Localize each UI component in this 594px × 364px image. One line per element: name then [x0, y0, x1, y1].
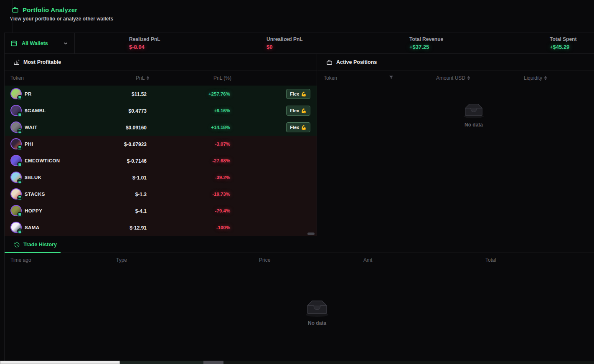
table-row[interactable]: PHI $-0.07923 -3.07% Flex💪 — [5, 136, 317, 152]
pnl-pct-value: -39.2% — [215, 175, 230, 180]
active-positions-header-row: Token Amount USD Liquidity — [317, 71, 594, 86]
token-name: EMEOWTICON — [25, 158, 60, 163]
column-token: Token — [324, 75, 337, 81]
no-data-text: No data — [461, 122, 486, 128]
sort-icon — [467, 76, 470, 80]
pnl-pct-value: -27.68% — [212, 158, 230, 163]
panel-title: Most Profitable — [23, 59, 61, 65]
column-time-ago: Time ago — [10, 257, 31, 263]
stat-value: +$37.25 — [409, 44, 443, 50]
horizontal-scrollbar-thumb[interactable] — [307, 233, 315, 235]
pnl-pct-value: -3.07% — [215, 142, 230, 147]
table-row[interactable]: PR $11.52 +257.76% Flex💪 — [5, 86, 317, 102]
pnl-value: $-1.01 — [132, 175, 147, 181]
token-avatar — [10, 155, 22, 166]
empty-box-icon — [461, 101, 486, 119]
table-row[interactable]: WAIT $0.09160 +14.18% Flex💪 — [5, 119, 317, 136]
pnl-value: $11.52 — [132, 91, 147, 97]
column-type: Type — [116, 257, 127, 263]
column-amount-usd[interactable]: Amount USD — [436, 75, 470, 81]
page-subtitle: View your portfolio or analyze other wal… — [10, 16, 594, 22]
header-divider — [12, 0, 13, 33]
token-avatar — [10, 172, 22, 183]
stat-label: Total Spent — [550, 36, 576, 42]
token-badge-icon — [17, 178, 23, 184]
pnl-pct-value: +257.76% — [208, 91, 230, 96]
scrollbar-thumb[interactable] — [0, 361, 120, 364]
pnl-value: $0.4773 — [129, 108, 147, 114]
table-row[interactable]: HOPPY $-4.1 -79.4% Flex💪 — [5, 202, 317, 219]
scrollbar-thumb[interactable] — [203, 361, 223, 364]
pnl-pct-value: +6.16% — [214, 108, 230, 113]
page-title: Portfolio Analyzer — [23, 6, 77, 13]
column-liquidity[interactable]: Liquidity — [524, 75, 547, 81]
wallet-icon — [10, 40, 18, 47]
muscle-emoji-icon: 💪 — [301, 125, 307, 130]
pnl-value: $-0.7146 — [127, 158, 147, 164]
tab-bar: Trade History — [5, 236, 594, 253]
token-badge-icon — [17, 95, 23, 100]
bottom-scrollbar — [0, 361, 594, 364]
pnl-value: $-0.07923 — [124, 142, 147, 147]
token-name: WAIT — [25, 125, 37, 130]
column-pnl[interactable]: PnL — [136, 75, 149, 81]
token-badge-icon — [17, 195, 23, 200]
no-data-text: No data — [303, 320, 331, 326]
token-avatar — [10, 205, 22, 216]
briefcase-icon — [326, 59, 333, 66]
tab-label: Trade History — [23, 242, 57, 248]
table-row[interactable]: EMEOWTICON $-0.7146 -27.68% Flex💪 — [5, 152, 317, 169]
stat-unrealized-pnl: Unrealized PnL $0 — [267, 36, 303, 50]
token-name: PR — [25, 91, 32, 96]
pnl-value: $-12.91 — [129, 225, 147, 231]
stat-label: Realized PnL — [129, 36, 160, 42]
column-pnl-pct: PnL (%) — [213, 75, 231, 81]
trade-history-header-row: Time ago Type Price Amt Total — [5, 253, 594, 268]
flex-button[interactable]: Flex💪 — [286, 122, 310, 132]
column-amt: Amt — [363, 257, 372, 263]
main-content: All Wallets Realized PnL $-8.04 Unrealiz… — [4, 33, 594, 364]
muscle-emoji-icon: 💪 — [301, 108, 307, 114]
empty-state: No data — [461, 101, 486, 128]
token-name: $BLUK — [25, 175, 41, 180]
table-row[interactable]: $GAMBL $0.4773 +6.16% Flex💪 — [5, 102, 317, 119]
flex-button[interactable]: Flex💪 — [286, 106, 310, 116]
token-badge-icon — [17, 111, 23, 117]
history-icon — [14, 242, 20, 248]
table-row[interactable]: SAMA $-12.91 -100% Flex💪 — [5, 219, 317, 236]
column-total: Total — [485, 257, 496, 263]
stat-value: $0 — [267, 44, 303, 50]
token-avatar — [10, 121, 22, 133]
token-badge-icon — [17, 228, 23, 234]
scrollbar-track — [120, 361, 203, 364]
table-row[interactable]: $BLUK $-1.01 -39.2% Flex💪 — [5, 169, 317, 186]
tab-trade-history[interactable]: Trade History — [5, 236, 57, 253]
panel-title: Active Positions — [336, 59, 377, 65]
active-positions-panel: Active Positions Token Amount USD Liquid… — [317, 54, 594, 236]
pnl-value: $0.09160 — [126, 125, 147, 131]
token-badge-icon — [17, 145, 23, 150]
pnl-value: $-4.1 — [135, 208, 147, 214]
pnl-pct-value: -79.4% — [215, 208, 230, 213]
pnl-pct-value: -19.73% — [212, 192, 230, 197]
sort-icon — [147, 76, 149, 80]
empty-state: No data — [303, 297, 331, 326]
wallet-selector[interactable]: All Wallets — [5, 33, 75, 54]
flex-button[interactable]: Flex💪 — [286, 89, 310, 99]
column-token: Token — [10, 75, 24, 81]
filter-icon[interactable] — [389, 75, 393, 80]
token-avatar — [10, 88, 22, 99]
token-name: HOPPY — [25, 208, 42, 213]
token-name: $GAMBL — [25, 108, 46, 113]
token-name: PHI — [25, 142, 33, 147]
table-row[interactable]: STACKS $-1.3 -19.73% Flex💪 — [5, 186, 317, 202]
stat-label: Total Revenue — [409, 36, 443, 42]
stat-total-spent: Total Spent +$45.29 — [550, 36, 576, 50]
muscle-emoji-icon: 💪 — [301, 91, 307, 97]
chevron-down-icon — [63, 40, 69, 46]
stat-realized-pnl: Realized PnL $-8.04 — [129, 36, 160, 50]
bar-chart-icon — [13, 59, 20, 66]
sort-icon — [544, 76, 547, 80]
stat-value: +$45.29 — [550, 44, 576, 50]
token-name: SAMA — [25, 225, 39, 230]
